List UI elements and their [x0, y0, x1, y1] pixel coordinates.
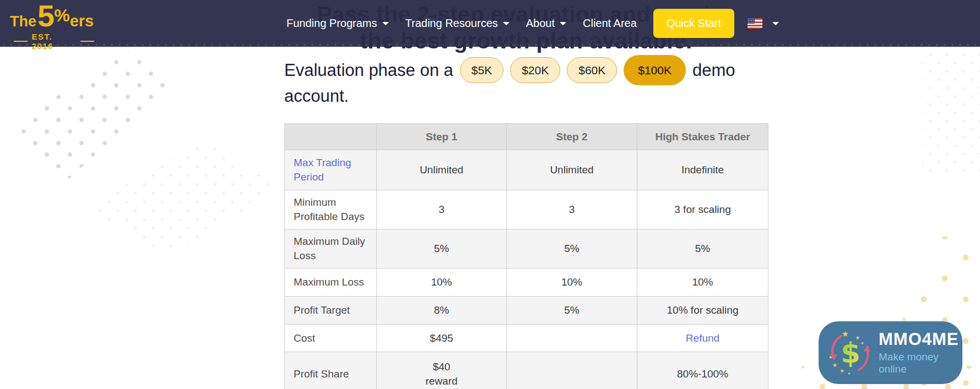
table-cell: 10% — [377, 269, 507, 297]
table-cell: 10% — [637, 269, 768, 297]
table-cell: 5% — [637, 229, 768, 269]
nav-label: About — [526, 17, 555, 30]
brand-logo-wordmark: The 5 % ers — [10, 2, 98, 30]
logo-ers: ers — [70, 14, 94, 30]
watermark-text: MMO4ME Make money online — [879, 330, 962, 375]
table-row-max-trading-period: Max Trading Period Unlimited Unlimited I… — [285, 150, 768, 190]
table-cell — [507, 325, 637, 352]
account-size-5k-button[interactable]: $5K — [460, 57, 503, 83]
dollar-sign: $ — [841, 336, 860, 369]
account-size-100k-button-selected[interactable]: $100K — [624, 55, 686, 85]
table-row-cost: Cost $495 Refund — [285, 325, 768, 352]
nav-item-about[interactable]: About — [526, 17, 566, 30]
nav-label: Trading Resources — [405, 17, 498, 30]
subtitle-prefix: Evaluation phase on a — [284, 61, 453, 80]
subtitle-word-demo: demo — [692, 61, 735, 80]
table-cell: 3 — [377, 190, 507, 229]
table-cell: Unlimited — [377, 150, 507, 190]
flag-canton — [748, 18, 755, 24]
logo-percent: % — [54, 8, 69, 24]
table-row-maximum-loss: Maximum Loss 10% 10% 10% — [285, 269, 768, 297]
table-row-profit-share: Profit Share $40 reward 80%-100% — [285, 352, 768, 389]
max-trading-period-link[interactable]: Max Trading Period — [294, 157, 351, 183]
watermark-title: MMO4ME — [879, 330, 962, 349]
decor-fine-dots-left — [83, 140, 281, 256]
table-cell: Indefinite — [637, 150, 768, 190]
mmo4me-watermark: $ ★ ★ ★ ★ ★ ★ ★ MMO4ME Make money online — [819, 321, 962, 384]
row-label: Profit Share — [285, 352, 377, 389]
table-row-maximum-daily-loss: Maximum Daily Loss 5% 5% 5% — [285, 229, 768, 269]
table-header-step2: Step 2 — [507, 124, 637, 150]
watermark-subtitle: Make money online — [879, 351, 962, 375]
table-header-empty — [285, 124, 377, 150]
svg-text:★: ★ — [840, 368, 844, 374]
brand-established: EST. 2016 — [10, 32, 98, 51]
subtitle-word-account: account. — [284, 86, 349, 106]
us-flag-icon — [748, 18, 762, 29]
table-cell: $495 — [377, 325, 507, 352]
dollar-logo-icon: $ ★ ★ ★ ★ ★ ★ ★ — [826, 329, 874, 376]
table-cell: 5% — [507, 229, 637, 269]
table-header-high-stakes: High Stakes Trader — [637, 124, 768, 150]
nav-menu: Funding Programs Trading Resources About… — [286, 0, 779, 47]
evaluation-subtitle: Evaluation phase on a $5K $20K $60K $100… — [284, 55, 752, 106]
chevron-down-icon — [560, 22, 566, 25]
table-cell: 80%-100% — [637, 352, 768, 389]
chevron-down-icon — [772, 22, 779, 25]
account-size-60k-button[interactable]: $60K — [567, 57, 617, 83]
svg-text:★: ★ — [847, 371, 851, 375]
quick-start-button[interactable]: Quick Start — [653, 9, 734, 38]
table-cell: 10% for scaling — [637, 297, 768, 325]
svg-text:★: ★ — [842, 330, 849, 338]
decor-dots-left — [12, 51, 177, 185]
table-row-profit-target: Profit Target 8% 5% 10% for scaling — [285, 297, 768, 325]
row-label: Maximum Daily Loss — [285, 229, 377, 269]
table-cell — [507, 352, 637, 389]
table-cell: 5% — [507, 297, 637, 325]
table-header-row: Step 1 Step 2 High Stakes Trader — [285, 124, 768, 150]
est-text: EST. 2016 — [31, 32, 76, 51]
table-cell: 3 — [507, 190, 637, 229]
nav-item-trading-resources[interactable]: Trading Resources — [405, 17, 510, 30]
nav-item-client-area[interactable]: Client Area — [583, 17, 637, 30]
svg-text:★: ★ — [860, 341, 864, 345]
decor-fine-dots-right — [922, 47, 980, 176]
logo-five: 5 — [37, 2, 53, 30]
chevron-down-icon — [503, 22, 510, 25]
table-cell: 5% — [377, 229, 507, 269]
evaluation-comparison-table: Step 1 Step 2 High Stakes Trader Max Tra… — [284, 123, 768, 389]
table-cell: 8% — [377, 297, 507, 325]
table-row-minimum-profitable-days: Minimum Profitable Days 3 3 3 for scalin… — [285, 190, 768, 229]
row-label: Cost — [285, 325, 377, 352]
table-header-step1: Step 1 — [377, 124, 507, 150]
table-cell: $40 reward — [377, 352, 507, 389]
row-label: Profit Target — [285, 297, 377, 325]
nav-item-funding-programs[interactable]: Funding Programs — [286, 17, 389, 30]
row-label: Minimum Profitable Days — [285, 190, 377, 229]
logo-the: The — [10, 15, 36, 30]
nav-label: Client Area — [583, 17, 637, 30]
table-cell: 3 for scaling — [637, 190, 768, 229]
table-cell: Unlimited — [507, 150, 637, 190]
table-cell: 10% — [507, 269, 637, 297]
est-line-left — [14, 41, 28, 42]
refund-link[interactable]: Refund — [686, 332, 719, 344]
language-selector[interactable] — [748, 18, 779, 29]
account-size-20k-button[interactable]: $20K — [510, 57, 560, 83]
navbar: The 5 % ers EST. 2016 Funding Programs T… — [0, 0, 980, 47]
svg-text:★: ★ — [832, 362, 837, 368]
svg-text:★: ★ — [829, 355, 832, 360]
svg-text:★: ★ — [856, 335, 860, 341]
row-label: Maximum Loss — [285, 269, 377, 297]
chevron-down-icon — [382, 22, 389, 25]
est-line-right — [80, 41, 94, 42]
nav-label: Funding Programs — [286, 17, 377, 30]
